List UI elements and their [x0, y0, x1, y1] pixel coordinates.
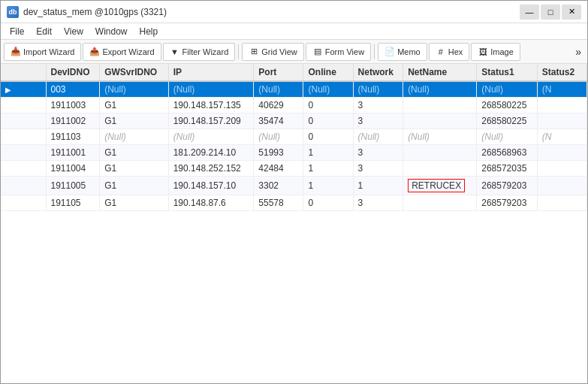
td-gwsvridno: (Null) — [100, 81, 169, 98]
td-gwsvridno: G1 — [100, 177, 169, 195]
filter-wizard-icon: ▼ — [170, 47, 180, 57]
td-port: 3302 — [254, 177, 303, 195]
memo-button[interactable]: 📄 Memo — [378, 43, 427, 61]
memo-icon: 📄 — [384, 47, 395, 57]
grid-view-button[interactable]: ⊞ Grid View — [242, 43, 303, 61]
td-ip: (Null) — [168, 81, 254, 98]
memo-label: Memo — [397, 47, 421, 56]
form-view-label: Form View — [325, 47, 364, 56]
export-wizard-icon: 📤 — [89, 47, 100, 57]
td-status2: (N — [537, 81, 586, 98]
td-status2 — [537, 145, 586, 161]
td-status1: (Null) — [477, 81, 538, 98]
form-view-icon: ▤ — [312, 47, 323, 57]
export-wizard-button[interactable]: 📤 Export Wizard — [83, 43, 161, 61]
td-indicator — [1, 98, 46, 113]
td-online: 1 — [303, 177, 353, 195]
table-row[interactable]: 191105G1190.148.87.65557803268579203 — [1, 195, 587, 211]
td-status2 — [537, 177, 586, 195]
image-label: Image — [490, 47, 514, 56]
table-row[interactable]: 1911001G1181.209.214.105199313268568963 — [1, 145, 587, 161]
td-network: (Null) — [353, 81, 403, 98]
col-online: Online — [303, 64, 353, 81]
td-network: (Null) — [353, 129, 403, 145]
maximize-button[interactable]: □ — [541, 5, 560, 20]
table-row[interactable]: 1911004G1190.148.252.1524248413268572035 — [1, 161, 587, 177]
td-gwsvridno: (Null) — [100, 129, 169, 145]
menu-help[interactable]: Help — [134, 25, 164, 38]
td-network: 3 — [353, 98, 403, 113]
td-netname — [403, 113, 477, 129]
td-devldno: 1911004 — [46, 161, 100, 177]
grid-view-icon: ⊞ — [249, 47, 259, 57]
td-devldno: 191105 — [46, 195, 100, 211]
menu-view[interactable]: View — [58, 25, 89, 38]
td-netname — [403, 195, 477, 211]
table-row[interactable]: 1911005G1190.148.157.10330211RETRUCEX268… — [1, 177, 587, 195]
table-row[interactable]: 191103(Null)(Null)(Null)0(Null)(Null)(Nu… — [1, 129, 587, 145]
td-gwsvridno: G1 — [100, 161, 169, 177]
td-network: 1 — [353, 177, 403, 195]
minimize-button[interactable]: — — [520, 5, 539, 20]
col-gwsvridno: GWSvrIDNO — [100, 64, 169, 81]
td-online: 1 — [303, 161, 353, 177]
title-bar-controls: — □ ✕ — [520, 5, 581, 20]
table-row[interactable]: 1911002G1190.148.157.2093547403268580225 — [1, 113, 587, 129]
td-ip: (Null) — [168, 129, 254, 145]
image-icon: 🖼 — [478, 47, 488, 57]
hex-label: Hex — [448, 47, 463, 56]
td-port: 35474 — [254, 113, 303, 129]
td-ip: 190.148.252.152 — [168, 161, 254, 177]
image-button[interactable]: 🖼 Image — [471, 43, 520, 61]
toolbar-separator-2 — [374, 44, 375, 59]
table-header-row: DevlDNO GWSvrIDNO IP Port Online Network… — [1, 64, 587, 81]
td-indicator — [1, 195, 46, 211]
col-indicator — [1, 64, 46, 81]
td-network: 3 — [353, 195, 403, 211]
menu-edit[interactable]: Edit — [30, 25, 58, 38]
td-indicator — [1, 113, 46, 129]
grid-view-label: Grid View — [261, 47, 297, 56]
td-network: 3 — [353, 161, 403, 177]
td-gwsvridno: G1 — [100, 145, 169, 161]
hex-button[interactable]: # Hex — [429, 43, 470, 61]
td-ip: 190.148.87.6 — [168, 195, 254, 211]
td-devldno: 1911005 — [46, 177, 100, 195]
form-view-button[interactable]: ▤ Form View — [306, 43, 371, 61]
td-online: 0 — [303, 98, 353, 113]
table-row[interactable]: ▶003(Null)(Null)(Null)(Null)(Null)(Null)… — [1, 81, 587, 98]
td-indicator: ▶ — [1, 81, 46, 98]
td-port: 51993 — [254, 145, 303, 161]
col-status1: Status1 — [477, 64, 538, 81]
import-wizard-button[interactable]: 📥 Import Wizard — [4, 43, 81, 61]
col-ip: IP — [168, 64, 254, 81]
td-indicator — [1, 129, 46, 145]
menu-bar: File Edit View Window Help — [1, 23, 587, 40]
td-netname — [403, 98, 477, 113]
td-status1: 268572035 — [477, 161, 538, 177]
td-online: 1 — [303, 145, 353, 161]
td-status1: 268580225 — [477, 113, 538, 129]
filter-wizard-button[interactable]: ▼ Filter Wizard — [163, 43, 236, 61]
table-row[interactable]: 1911003G1190.148.157.1354062903268580225 — [1, 98, 587, 113]
td-ip: 190.148.157.10 — [168, 177, 254, 195]
td-status2 — [537, 195, 586, 211]
td-status1: (Null) — [477, 129, 538, 145]
close-button[interactable]: ✕ — [562, 5, 581, 20]
window-title: dev_status_mem @1010gps (3321) — [23, 7, 167, 17]
td-online: 0 — [303, 195, 353, 211]
td-status1: 268579203 — [477, 195, 538, 211]
menu-file[interactable]: File — [4, 25, 30, 38]
td-devldno: 1911001 — [46, 145, 100, 161]
toolbar-expand-button[interactable]: » — [572, 46, 584, 58]
title-bar-left: db dev_status_mem @1010gps (3321) — [7, 6, 167, 18]
td-online: (Null) — [303, 81, 353, 98]
menu-window[interactable]: Window — [89, 25, 134, 38]
td-gwsvridno: G1 — [100, 98, 169, 113]
export-wizard-label: Export Wizard — [102, 47, 154, 56]
main-window: db dev_status_mem @1010gps (3321) — □ ✕ … — [0, 0, 588, 384]
title-bar: db dev_status_mem @1010gps (3321) — □ ✕ — [1, 1, 587, 23]
data-grid[interactable]: DevlDNO GWSvrIDNO IP Port Online Network… — [1, 64, 587, 383]
import-wizard-icon: 📥 — [11, 47, 21, 57]
col-network: Network — [353, 64, 403, 81]
